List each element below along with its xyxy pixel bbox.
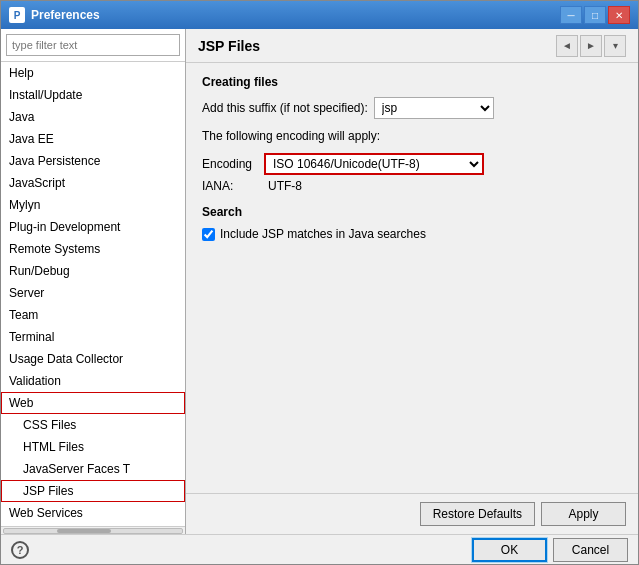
content-area: HelpInstall/UpdateJavaJava EEJava Persis…: [1, 29, 638, 534]
iana-row: IANA: UTF-8: [202, 179, 622, 193]
suffix-label: Add this suffix (if not specified):: [202, 101, 368, 115]
tree-item-web[interactable]: Web: [1, 392, 185, 414]
iana-value: UTF-8: [268, 179, 302, 193]
tree-item-server[interactable]: Server: [1, 282, 185, 304]
tree-item-remote-systems[interactable]: Remote Systems: [1, 238, 185, 260]
filter-box: [1, 29, 185, 62]
suffix-select[interactable]: jsp: [374, 97, 494, 119]
tree-item-plug-in-dev[interactable]: Plug-in Development: [1, 216, 185, 238]
creating-files-section: Creating files: [202, 75, 622, 89]
tree-item-html-files[interactable]: HTML Files: [1, 436, 185, 458]
tree-item-css-files[interactable]: CSS Files: [1, 414, 185, 436]
maximize-button[interactable]: □: [584, 6, 606, 24]
nav-forward-button[interactable]: ►: [580, 35, 602, 57]
title-bar: P Preferences ─ □ ✕: [1, 1, 638, 29]
horizontal-scrollbar[interactable]: [1, 526, 185, 534]
apply-button[interactable]: Apply: [541, 502, 626, 526]
tree-item-mylyn[interactable]: Mylyn: [1, 194, 185, 216]
encoding-section-label: The following encoding will apply:: [202, 129, 380, 143]
tree-item-web-services[interactable]: Web Services: [1, 502, 185, 524]
bottom-bar: ? OK Cancel: [1, 534, 638, 564]
include-jsp-row: Include JSP matches in Java searches: [202, 227, 622, 241]
encoding-label: Encoding: [202, 157, 264, 171]
close-button[interactable]: ✕: [608, 6, 630, 24]
iana-label: IANA:: [202, 179, 262, 193]
right-panel: JSP Files ◄ ► ▾ Creating files Add this …: [186, 29, 638, 534]
tree-item-javaserver-faces[interactable]: JavaServer Faces T: [1, 458, 185, 480]
include-jsp-label: Include JSP matches in Java searches: [220, 227, 426, 241]
tree-item-terminal[interactable]: Terminal: [1, 326, 185, 348]
window-icon: P: [9, 7, 25, 23]
tree-item-install-update[interactable]: Install/Update: [1, 84, 185, 106]
encoding-section-row: The following encoding will apply:: [202, 129, 622, 143]
tree-item-java-persistence[interactable]: Java Persistence: [1, 150, 185, 172]
encoding-select[interactable]: ISO 10646/Unicode(UTF-8): [264, 153, 484, 175]
left-panel: HelpInstall/UpdateJavaJava EEJava Persis…: [1, 29, 186, 534]
help-icon[interactable]: ?: [11, 541, 29, 559]
tree-item-validation[interactable]: Validation: [1, 370, 185, 392]
tree-item-help[interactable]: Help: [1, 62, 185, 84]
window-title: Preferences: [31, 8, 560, 22]
dialog-buttons: OK Cancel: [472, 538, 628, 562]
tree-item-java-ee[interactable]: Java EE: [1, 128, 185, 150]
restore-defaults-button[interactable]: Restore Defaults: [420, 502, 535, 526]
nav-buttons: ◄ ► ▾: [556, 35, 626, 57]
include-jsp-checkbox[interactable]: [202, 228, 215, 241]
search-section: Search Include JSP matches in Java searc…: [202, 205, 622, 241]
tree-item-jsp-files[interactable]: JSP Files: [1, 480, 185, 502]
tree-list: HelpInstall/UpdateJavaJava EEJava Persis…: [1, 62, 185, 526]
cancel-button[interactable]: Cancel: [553, 538, 628, 562]
encoding-row: Encoding ISO 10646/Unicode(UTF-8): [202, 153, 622, 175]
nav-dropdown-button[interactable]: ▾: [604, 35, 626, 57]
search-title: Search: [202, 205, 622, 219]
tree-item-team[interactable]: Team: [1, 304, 185, 326]
right-content: Creating files Add this suffix (if not s…: [186, 63, 638, 493]
tree-item-usage-data[interactable]: Usage Data Collector: [1, 348, 185, 370]
tree-item-run-debug[interactable]: Run/Debug: [1, 260, 185, 282]
suffix-row: Add this suffix (if not specified): jsp: [202, 97, 622, 119]
filter-input[interactable]: [6, 34, 180, 56]
tree-item-java[interactable]: Java: [1, 106, 185, 128]
nav-back-button[interactable]: ◄: [556, 35, 578, 57]
ok-button[interactable]: OK: [472, 538, 547, 562]
page-title: JSP Files: [198, 38, 556, 54]
scroll-thumb: [57, 529, 110, 533]
tree-item-javascript[interactable]: JavaScript: [1, 172, 185, 194]
scroll-track: [3, 528, 183, 534]
preferences-window: P Preferences ─ □ ✕ HelpInstall/UpdateJa…: [0, 0, 639, 565]
right-footer: Restore Defaults Apply: [186, 493, 638, 534]
minimize-button[interactable]: ─: [560, 6, 582, 24]
right-header: JSP Files ◄ ► ▾: [186, 29, 638, 63]
window-controls: ─ □ ✕: [560, 6, 630, 24]
